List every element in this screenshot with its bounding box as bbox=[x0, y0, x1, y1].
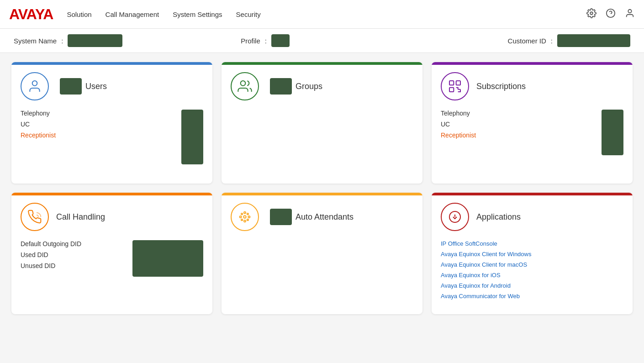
call-handling-bar-chart bbox=[132, 240, 203, 277]
subscriptions-icon bbox=[448, 79, 462, 94]
users-icon bbox=[27, 79, 42, 94]
users-card-header: Users bbox=[21, 72, 203, 100]
app-link-2[interactable]: Avaya Equinox Client for macOS bbox=[441, 261, 623, 268]
call-handling-card: Call Handling Default Outgoing DID Used … bbox=[11, 193, 212, 314]
system-name-field: System Name : bbox=[14, 34, 122, 47]
subscriptions-card: Subscriptions Telephony UC Receptionist bbox=[432, 62, 633, 184]
subs-receptionist: Receptionist bbox=[441, 132, 476, 139]
help-icon[interactable] bbox=[606, 8, 616, 21]
call-handling-list: Default Outgoing DID Used DID Unused DID bbox=[21, 240, 81, 269]
svg-point-13 bbox=[248, 216, 250, 218]
nav-actions bbox=[586, 8, 635, 21]
svg-point-14 bbox=[241, 213, 243, 215]
ch-unused-did: Unused DID bbox=[21, 262, 81, 269]
colon3: : bbox=[551, 37, 553, 45]
app-link-3[interactable]: Avaya Equinox for iOS bbox=[441, 272, 623, 279]
svg-point-12 bbox=[240, 216, 242, 218]
dashboard-grid: Users Telephony UC Receptionist bbox=[0, 53, 644, 323]
nav-security[interactable]: Security bbox=[236, 9, 261, 20]
subscriptions-card-header: Subscriptions bbox=[441, 72, 623, 100]
applications-card-body: Applications IP Office SoftConsole Avaya… bbox=[432, 195, 633, 314]
profile-value bbox=[271, 34, 290, 47]
call-handling-card-body: Call Handling Default Outgoing DID Used … bbox=[11, 195, 212, 314]
settings-icon[interactable] bbox=[586, 8, 596, 21]
users-card: Users Telephony UC Receptionist bbox=[11, 62, 212, 184]
app-link-0[interactable]: IP Office SoftConsole bbox=[441, 240, 623, 247]
app-link-4[interactable]: Avaya Equinox for Android bbox=[441, 282, 623, 289]
user-icon[interactable] bbox=[625, 8, 635, 21]
applications-icon-circle bbox=[441, 203, 469, 231]
groups-card-body: Groups bbox=[222, 65, 422, 184]
customer-id-label: Customer ID bbox=[508, 37, 546, 45]
auto-attendants-header-right: Auto Attendants bbox=[266, 209, 354, 225]
applications-card: Applications IP Office SoftConsole Avaya… bbox=[432, 193, 633, 314]
users-bar-chart bbox=[181, 110, 203, 164]
svg-point-5 bbox=[241, 81, 246, 86]
call-handling-icon-circle bbox=[21, 203, 49, 231]
header-bar: System Name : Profile : Customer ID : bbox=[0, 29, 644, 53]
groups-count bbox=[270, 78, 292, 95]
logo-text: AVAYA bbox=[9, 6, 53, 23]
auto-attendants-icon-circle bbox=[231, 203, 259, 231]
auto-attendants-title: Auto Attendants bbox=[296, 212, 354, 222]
users-telephony: Telephony bbox=[21, 110, 56, 117]
auto-attendants-count bbox=[270, 209, 292, 225]
svg-point-0 bbox=[590, 12, 593, 15]
groups-card: Groups bbox=[222, 62, 422, 184]
customer-id-field: Customer ID : bbox=[508, 34, 630, 47]
users-card-body: Users Telephony UC Receptionist bbox=[11, 65, 212, 184]
subs-bar-chart bbox=[602, 110, 623, 155]
svg-point-17 bbox=[247, 219, 248, 221]
auto-attendants-card-body: Auto Attendants bbox=[222, 195, 422, 314]
app-link-5[interactable]: Avaya Communicator for Web bbox=[441, 293, 623, 300]
users-receptionist: Receptionist bbox=[21, 132, 56, 139]
users-content: Telephony UC Receptionist bbox=[21, 110, 203, 164]
svg-point-11 bbox=[244, 220, 246, 222]
applications-card-header: Applications bbox=[441, 203, 623, 231]
nav-call-management[interactable]: Call Management bbox=[106, 9, 159, 20]
subscriptions-icon-circle bbox=[441, 72, 469, 100]
users-header-right: Users bbox=[56, 78, 107, 95]
colon1: : bbox=[61, 37, 63, 45]
nav-system-settings[interactable]: System Settings bbox=[173, 9, 222, 20]
call-handling-card-header: Call Handling bbox=[21, 203, 203, 231]
groups-icon bbox=[238, 79, 252, 94]
app-link-1[interactable]: Avaya Equinox Client for Windows bbox=[441, 251, 623, 258]
logo: AVAYA bbox=[9, 6, 53, 23]
svg-point-9 bbox=[243, 216, 246, 218]
customer-id-value bbox=[557, 34, 630, 47]
system-name-label: System Name bbox=[14, 37, 57, 45]
profile-field: Profile : bbox=[241, 34, 290, 47]
svg-point-10 bbox=[244, 212, 246, 214]
applications-icon bbox=[448, 210, 462, 224]
users-list: Telephony UC Receptionist bbox=[21, 110, 56, 139]
auto-attendants-card: Auto Attendants bbox=[222, 193, 422, 314]
svg-point-3 bbox=[628, 9, 631, 12]
call-handling-title: Call Handling bbox=[56, 212, 105, 222]
svg-point-15 bbox=[247, 213, 248, 215]
subs-telephony: Telephony bbox=[441, 110, 476, 117]
subscriptions-card-body: Subscriptions Telephony UC Receptionist bbox=[432, 65, 633, 184]
nav-items: Solution Call Management System Settings… bbox=[67, 9, 586, 20]
ch-default-did: Default Outgoing DID bbox=[21, 240, 81, 247]
subscriptions-content: Telephony UC Receptionist bbox=[441, 110, 623, 155]
users-count bbox=[60, 78, 82, 95]
users-title: Users bbox=[85, 82, 107, 91]
call-handling-content: Default Outgoing DID Used DID Unused DID bbox=[21, 240, 203, 277]
auto-attendants-icon bbox=[238, 210, 252, 224]
call-handling-icon bbox=[27, 210, 42, 224]
groups-icon-circle bbox=[231, 72, 259, 100]
ch-used-did: Used DID bbox=[21, 251, 81, 258]
svg-point-4 bbox=[32, 81, 37, 86]
svg-rect-6 bbox=[449, 81, 454, 85]
groups-header-right: Groups bbox=[266, 78, 322, 95]
svg-rect-7 bbox=[456, 81, 460, 85]
groups-card-header: Groups bbox=[231, 72, 413, 100]
users-uc: UC bbox=[21, 121, 56, 128]
auto-attendants-card-header: Auto Attendants bbox=[231, 203, 413, 231]
nav-solution[interactable]: Solution bbox=[67, 9, 91, 20]
profile-label: Profile bbox=[241, 37, 260, 45]
colon2: : bbox=[265, 37, 267, 45]
subs-uc: UC bbox=[441, 121, 476, 128]
svg-point-16 bbox=[241, 219, 243, 221]
